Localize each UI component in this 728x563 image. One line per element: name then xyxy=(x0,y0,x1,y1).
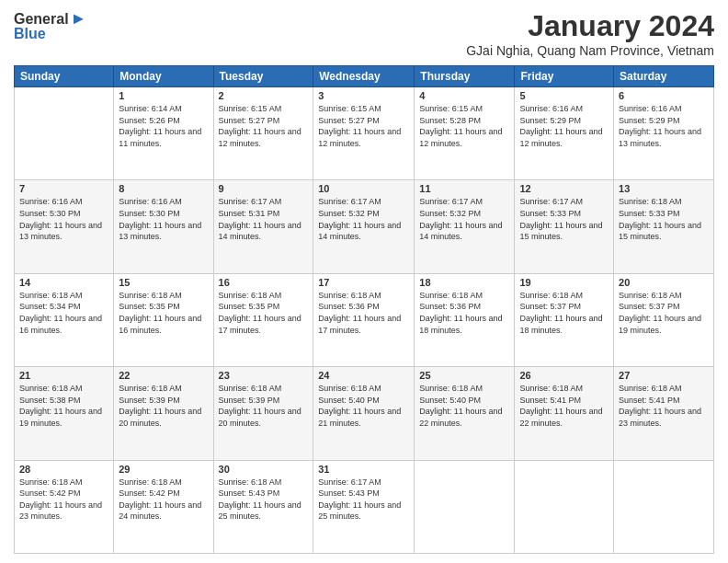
day-number: 30 xyxy=(219,464,309,475)
day-number: 8 xyxy=(119,183,208,194)
day-number: 16 xyxy=(219,277,309,288)
day-info: Sunrise: 6:18 AMSunset: 5:35 PMDaylight:… xyxy=(219,290,309,336)
day-info: Sunrise: 6:15 AMSunset: 5:27 PMDaylight:… xyxy=(318,103,409,149)
day-info: Sunrise: 6:18 AMSunset: 5:43 PMDaylight:… xyxy=(219,477,309,523)
day-number: 29 xyxy=(119,464,208,475)
day-info: Sunrise: 6:18 AMSunset: 5:36 PMDaylight:… xyxy=(318,290,409,336)
calendar-cell: 13Sunrise: 6:18 AMSunset: 5:33 PMDayligh… xyxy=(614,180,714,273)
header-thursday: Thursday xyxy=(415,66,515,87)
day-info: Sunrise: 6:17 AMSunset: 5:43 PMDaylight:… xyxy=(318,477,409,523)
day-number: 9 xyxy=(219,183,309,194)
calendar-cell xyxy=(415,460,515,553)
day-number: 18 xyxy=(419,277,509,288)
location-title: GJai Nghia, Quang Nam Province, Vietnam xyxy=(466,43,714,58)
day-info: Sunrise: 6:15 AMSunset: 5:28 PMDaylight:… xyxy=(419,103,509,149)
logo-blue: Blue xyxy=(14,26,46,42)
calendar-week-row: 14Sunrise: 6:18 AMSunset: 5:34 PMDayligh… xyxy=(15,273,714,366)
day-number: 5 xyxy=(519,90,609,101)
day-info: Sunrise: 6:18 AMSunset: 5:40 PMDaylight:… xyxy=(419,383,509,429)
day-info: Sunrise: 6:16 AMSunset: 5:30 PMDaylight:… xyxy=(119,196,208,242)
calendar-cell: 26Sunrise: 6:18 AMSunset: 5:41 PMDayligh… xyxy=(515,367,614,460)
calendar-week-row: 28Sunrise: 6:18 AMSunset: 5:42 PMDayligh… xyxy=(15,460,714,553)
day-number: 21 xyxy=(19,370,108,381)
calendar-cell: 4Sunrise: 6:15 AMSunset: 5:28 PMDaylight… xyxy=(415,87,515,180)
day-number: 20 xyxy=(619,277,709,288)
calendar-cell: 25Sunrise: 6:18 AMSunset: 5:40 PMDayligh… xyxy=(415,367,515,460)
title-block: January 2024 GJai Nghia, Quang Nam Provi… xyxy=(466,9,714,58)
calendar-cell: 27Sunrise: 6:18 AMSunset: 5:41 PMDayligh… xyxy=(614,367,714,460)
calendar-cell: 5Sunrise: 6:16 AMSunset: 5:29 PMDaylight… xyxy=(515,87,614,180)
weekday-header-row: Sunday Monday Tuesday Wednesday Thursday… xyxy=(15,66,714,87)
day-info: Sunrise: 6:18 AMSunset: 5:37 PMDaylight:… xyxy=(619,290,709,336)
day-number: 13 xyxy=(619,183,709,194)
day-info: Sunrise: 6:16 AMSunset: 5:29 PMDaylight:… xyxy=(519,103,609,149)
header-monday: Monday xyxy=(114,66,213,87)
day-number: 19 xyxy=(519,277,609,288)
calendar-cell: 10Sunrise: 6:17 AMSunset: 5:32 PMDayligh… xyxy=(313,180,415,273)
day-info: Sunrise: 6:18 AMSunset: 5:38 PMDaylight:… xyxy=(19,383,108,429)
day-info: Sunrise: 6:18 AMSunset: 5:39 PMDaylight:… xyxy=(119,383,208,429)
calendar-cell: 16Sunrise: 6:18 AMSunset: 5:35 PMDayligh… xyxy=(213,273,313,366)
calendar-cell: 17Sunrise: 6:18 AMSunset: 5:36 PMDayligh… xyxy=(313,273,415,366)
calendar-week-row: 21Sunrise: 6:18 AMSunset: 5:38 PMDayligh… xyxy=(15,367,714,460)
day-number: 27 xyxy=(619,370,709,381)
logo: General ► Blue xyxy=(14,9,86,42)
day-number: 23 xyxy=(219,370,309,381)
calendar-cell: 28Sunrise: 6:18 AMSunset: 5:42 PMDayligh… xyxy=(15,460,114,553)
calendar-cell: 14Sunrise: 6:18 AMSunset: 5:34 PMDayligh… xyxy=(15,273,114,366)
day-number: 26 xyxy=(519,370,609,381)
header-sunday: Sunday xyxy=(15,66,114,87)
day-info: Sunrise: 6:18 AMSunset: 5:36 PMDaylight:… xyxy=(419,290,509,336)
calendar-cell: 18Sunrise: 6:18 AMSunset: 5:36 PMDayligh… xyxy=(415,273,515,366)
day-info: Sunrise: 6:17 AMSunset: 5:33 PMDaylight:… xyxy=(519,196,609,242)
day-info: Sunrise: 6:18 AMSunset: 5:41 PMDaylight:… xyxy=(519,383,609,429)
logo-arrow: ► xyxy=(71,9,87,29)
day-number: 7 xyxy=(19,183,108,194)
calendar-week-row: 1Sunrise: 6:14 AMSunset: 5:26 PMDaylight… xyxy=(15,87,714,180)
day-info: Sunrise: 6:18 AMSunset: 5:41 PMDaylight:… xyxy=(619,383,709,429)
calendar-cell: 24Sunrise: 6:18 AMSunset: 5:40 PMDayligh… xyxy=(313,367,415,460)
day-number: 6 xyxy=(619,90,709,101)
logo-general: General xyxy=(14,11,69,28)
day-info: Sunrise: 6:18 AMSunset: 5:39 PMDaylight:… xyxy=(219,383,309,429)
header: General ► Blue January 2024 GJai Nghia, … xyxy=(14,9,714,58)
day-number: 28 xyxy=(19,464,108,475)
calendar-cell: 19Sunrise: 6:18 AMSunset: 5:37 PMDayligh… xyxy=(515,273,614,366)
day-info: Sunrise: 6:18 AMSunset: 5:42 PMDaylight:… xyxy=(19,477,108,523)
calendar-page: General ► Blue January 2024 GJai Nghia, … xyxy=(0,0,728,563)
calendar-table: Sunday Monday Tuesday Wednesday Thursday… xyxy=(14,65,714,554)
day-number: 14 xyxy=(19,277,108,288)
day-number: 3 xyxy=(318,90,409,101)
calendar-cell: 23Sunrise: 6:18 AMSunset: 5:39 PMDayligh… xyxy=(213,367,313,460)
day-number: 25 xyxy=(419,370,509,381)
calendar-cell xyxy=(515,460,614,553)
day-number: 31 xyxy=(318,464,409,475)
day-info: Sunrise: 6:16 AMSunset: 5:29 PMDaylight:… xyxy=(619,103,709,149)
calendar-cell: 12Sunrise: 6:17 AMSunset: 5:33 PMDayligh… xyxy=(515,180,614,273)
day-info: Sunrise: 6:18 AMSunset: 5:42 PMDaylight:… xyxy=(119,477,208,523)
header-saturday: Saturday xyxy=(614,66,714,87)
calendar-cell xyxy=(614,460,714,553)
calendar-cell: 21Sunrise: 6:18 AMSunset: 5:38 PMDayligh… xyxy=(15,367,114,460)
day-info: Sunrise: 6:18 AMSunset: 5:37 PMDaylight:… xyxy=(519,290,609,336)
header-wednesday: Wednesday xyxy=(313,66,415,87)
calendar-cell: 9Sunrise: 6:17 AMSunset: 5:31 PMDaylight… xyxy=(213,180,313,273)
day-number: 22 xyxy=(119,370,208,381)
day-number: 1 xyxy=(119,90,208,101)
day-info: Sunrise: 6:18 AMSunset: 5:33 PMDaylight:… xyxy=(619,196,709,242)
day-number: 10 xyxy=(318,183,409,194)
day-info: Sunrise: 6:17 AMSunset: 5:32 PMDaylight:… xyxy=(419,196,509,242)
calendar-cell: 1Sunrise: 6:14 AMSunset: 5:26 PMDaylight… xyxy=(114,87,213,180)
day-info: Sunrise: 6:14 AMSunset: 5:26 PMDaylight:… xyxy=(119,103,208,149)
calendar-cell: 6Sunrise: 6:16 AMSunset: 5:29 PMDaylight… xyxy=(614,87,714,180)
calendar-cell: 20Sunrise: 6:18 AMSunset: 5:37 PMDayligh… xyxy=(614,273,714,366)
day-number: 24 xyxy=(318,370,409,381)
day-info: Sunrise: 6:15 AMSunset: 5:27 PMDaylight:… xyxy=(219,103,309,149)
calendar-cell: 8Sunrise: 6:16 AMSunset: 5:30 PMDaylight… xyxy=(114,180,213,273)
calendar-cell: 15Sunrise: 6:18 AMSunset: 5:35 PMDayligh… xyxy=(114,273,213,366)
day-number: 11 xyxy=(419,183,509,194)
calendar-cell: 29Sunrise: 6:18 AMSunset: 5:42 PMDayligh… xyxy=(114,460,213,553)
day-info: Sunrise: 6:18 AMSunset: 5:40 PMDaylight:… xyxy=(318,383,409,429)
day-info: Sunrise: 6:16 AMSunset: 5:30 PMDaylight:… xyxy=(19,196,108,242)
day-info: Sunrise: 6:18 AMSunset: 5:35 PMDaylight:… xyxy=(119,290,208,336)
